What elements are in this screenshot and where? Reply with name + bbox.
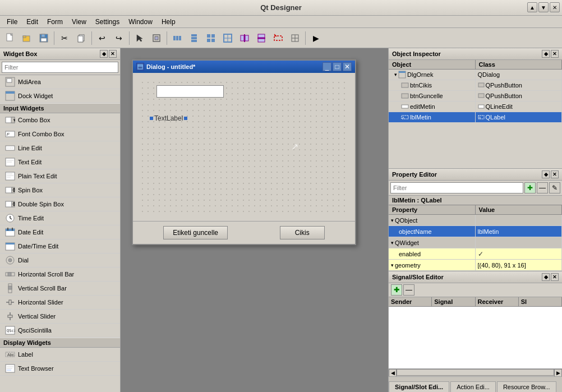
menu-help[interactable]: Help [157,17,180,27]
widget-item-dateedit[interactable]: Date Edit [0,225,120,239]
ss-table-header: Sender Signal Receiver Sl [389,297,562,307]
widget-item-textbrowser[interactable]: Text Browser [0,362,120,376]
widget-item-doublespinbox[interactable]: ▲▼ Double Spin Box [0,197,120,211]
widget-icon-hslider [4,297,16,308]
pe-configure-button[interactable]: ✎ [549,182,560,193]
widget-item-dial[interactable]: Dial [0,253,120,268]
oi-float-button[interactable]: ◆ [542,50,550,58]
minimize-button[interactable]: ▲ [527,2,537,12]
widget-item-spinbox[interactable]: ▲▼ Spin Box [0,183,120,197]
widget-item-label[interactable]: Abc Label [0,348,120,362]
pe-header-property: Property [389,205,476,214]
maximize-button[interactable]: ▼ [538,2,549,12]
pe-remove-button[interactable]: — [537,182,548,193]
ss-scroll-right[interactable]: ▶ [554,369,562,377]
widget-item-plaintextedit[interactable]: Plain Text Edit [0,169,120,183]
menu-edit[interactable]: Edit [22,17,43,27]
tab-action-editor[interactable]: Action Edi... [450,381,496,392]
menu-view[interactable]: View [67,17,91,27]
toolbar-preview[interactable]: ▶ [308,30,324,46]
pe-val-enabled[interactable]: ✓ [478,250,483,258]
dialog-canvas[interactable]: TextLabel ↗ [140,80,348,214]
widget-box-float[interactable]: ◆ [100,50,108,58]
ss-scroll-left[interactable]: ◀ [389,369,397,377]
pe-float-button[interactable]: ◆ [542,170,550,178]
widget-item-qsci[interactable]: QSci QsciScintilla [0,324,120,338]
toolbar-redo[interactable]: ↪ [111,30,127,46]
toolbar-new[interactable] [2,30,18,46]
toolbar-break-layout[interactable] [270,30,286,46]
pe-row-qwidget[interactable]: ▾ QWidget [389,237,562,248]
toolbar-adjust-size[interactable] [287,30,303,46]
pe-expand-qwidget[interactable]: ▾ [391,240,394,246]
pe-row-geometry[interactable]: ▾ geometry [(40, 80), 91 x 16] [389,260,562,271]
ss-remove-button[interactable]: — [403,284,414,296]
widget-item-datetimeedit[interactable]: Date/Time Edit [0,239,120,253]
ss-scrollbar[interactable]: ◀ ▶ [389,368,562,376]
pe-expand-geometry[interactable]: ▾ [391,262,394,268]
menu-file[interactable]: File [2,17,22,27]
property-editor: Property Editor ◆ ✕ ✚ — ✎ lblMetin : QLa… [389,169,562,271]
tab-resource-browser[interactable]: Resource Brow... [497,381,556,392]
oi-row-dlgornek[interactable]: ▾ DlgOrnek QDialog [389,70,562,80]
toolbar-layout-g[interactable] [203,30,219,46]
pe-row-qobject[interactable]: ▾ QObject [389,215,562,226]
oi-cell-lblmetin-obj: A lblMetin [389,112,476,122]
toolbar-undo[interactable]: ↩ [94,30,110,46]
pe-expand-qobject[interactable]: ▾ [391,218,394,223]
widget-box-close[interactable]: ✕ [109,50,117,58]
dialog-max-button[interactable]: □ [333,62,342,71]
oi-row-lblmetin[interactable]: A lblMetin A QLabel [389,112,562,123]
toolbar-open[interactable] [19,30,35,46]
ss-float-button[interactable]: ◆ [542,273,550,281]
menu-form[interactable]: Form [43,17,67,27]
dialog-btn-update[interactable]: Etiketi guncelle [163,226,228,239]
toolbar-copy[interactable] [73,30,89,46]
widget-item-fontcombobox[interactable]: F Font Combo Box [0,127,120,141]
pe-add-button[interactable]: ✚ [524,182,536,193]
ss-close-button[interactable]: ✕ [551,273,559,281]
close-button[interactable]: ✕ [550,2,560,12]
widget-item-combobox[interactable]: ▼ Combo Box [0,113,120,127]
oi-row-btncikis[interactable]: btnCikis QPushButton [389,80,562,91]
ss-add-button[interactable]: ✚ [391,284,402,296]
widget-category-input[interactable]: Input Widgets [0,103,120,113]
dialog-close-button[interactable]: ✕ [343,62,352,71]
dialog-btn-exit[interactable]: Cikis [280,226,325,239]
widget-item-vscrollbar[interactable]: Vertical Scroll Bar [0,282,120,296]
toolbar-widget[interactable] [149,30,164,46]
widget-category-display[interactable]: Display Widgets [0,338,120,348]
toolbar-splitter-h[interactable] [237,30,252,46]
oi-close-button[interactable]: ✕ [551,50,559,58]
toolbar-save[interactable] [36,30,52,46]
widget-item-lineedit[interactable]: Line Edit [0,141,120,155]
widget-icon-mdiarea [4,76,16,87]
toolbar-splitter-v[interactable] [254,30,269,46]
pe-close-button[interactable]: ✕ [551,170,559,178]
toolbar-cut[interactable]: ✂ [57,30,72,46]
tab-signal-slot[interactable]: Signal/Slot Edi... [389,381,449,392]
toolbar-layout-f[interactable] [220,30,236,46]
widget-item-dockwidget[interactable]: Dock Widget [0,89,120,103]
oi-row-editmetin[interactable]: editMetin QLineEdit [389,102,562,112]
widget-item-mdiarea[interactable]: MdiArea [0,75,120,89]
pe-filter-input[interactable] [390,182,523,193]
dialog-min-button[interactable]: _ [323,62,331,71]
widget-box-filter-input[interactable] [2,62,118,73]
toolbar-select[interactable] [132,30,148,46]
toolbar-layout-v[interactable] [186,30,202,46]
widget-item-hslider[interactable]: Horizontal Slider [0,296,120,310]
menu-window[interactable]: Window [124,17,157,27]
toolbar-layout-h[interactable] [169,30,185,46]
widget-item-hscrollbar[interactable]: Horizontal Scroll Bar [0,268,120,282]
oi-row-btnguncelle[interactable]: btnGuncelle QPushButton [389,91,562,102]
svg-rect-97 [478,94,484,98]
widget-item-vslider[interactable]: Vertical Slider [0,310,120,324]
pe-row-enabled[interactable]: enabled ✓ [389,248,562,260]
widget-item-textedit[interactable]: Text Edit [0,155,120,169]
widget-item-timeedit[interactable]: Time Edit [0,211,120,225]
pe-row-objectname[interactable]: objectName lblMetin [389,226,562,237]
menu-settings[interactable]: Settings [91,17,124,27]
dialog-lineedit[interactable] [156,85,224,98]
ss-scroll-track[interactable] [397,369,554,376]
